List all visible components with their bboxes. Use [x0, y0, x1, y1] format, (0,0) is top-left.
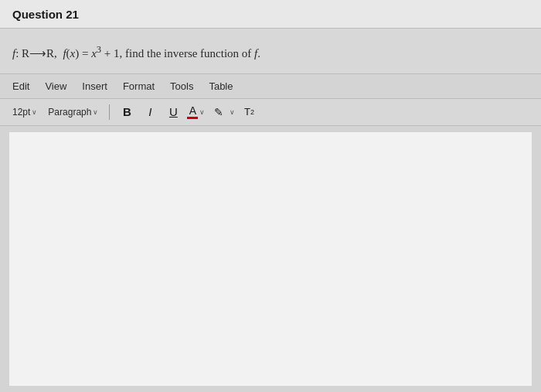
- toolbar: 12pt ∨ Paragraph ∨ B I U A ∨ ✎ ∨: [0, 99, 541, 126]
- math-domain: : R: [15, 47, 29, 60]
- math-expression: f: R⟶R, f(x) = x3 + 1, find the inverse …: [12, 43, 529, 63]
- pen-chevron: ∨: [230, 108, 235, 116]
- bold-button[interactable]: B: [117, 103, 136, 121]
- color-underbar: [187, 117, 198, 119]
- question-header: Question 21: [0, 0, 541, 29]
- menu-view[interactable]: View: [43, 79, 68, 94]
- italic-button[interactable]: I: [141, 103, 159, 121]
- math-x: x: [91, 47, 97, 60]
- menu-edit[interactable]: Edit: [11, 79, 31, 94]
- color-btn: A: [187, 104, 198, 119]
- math-equals: =: [79, 47, 91, 60]
- text-color-dropdown[interactable]: A ∨: [187, 104, 205, 119]
- menu-bar: Edit View Insert Format Tools Table: [0, 74, 541, 99]
- math-plus: + 1, find the inverse function of: [101, 47, 254, 60]
- paragraph-selector[interactable]: Paragraph ∨: [45, 105, 101, 119]
- editor-inner[interactable]: [9, 132, 532, 387]
- paragraph-chevron: ∨: [93, 108, 98, 116]
- math-codomain: R,: [46, 47, 63, 60]
- question-title: Question 21: [12, 8, 79, 21]
- toolbar-separator-1: [109, 104, 110, 120]
- menu-format[interactable]: Format: [121, 79, 156, 94]
- font-size-selector[interactable]: 12pt ∨: [9, 105, 40, 119]
- editor-area: Edit View Insert Format Tools Table 12pt…: [0, 74, 541, 393]
- menu-tools[interactable]: Tools: [168, 79, 195, 94]
- pen-icon: ✎: [209, 103, 228, 121]
- math-period: .: [257, 47, 260, 60]
- color-chevron: ∨: [199, 108, 205, 116]
- color-letter: A: [189, 104, 196, 117]
- font-size-value: 12pt: [12, 107, 30, 118]
- paragraph-value: Paragraph: [48, 107, 91, 118]
- underline-button[interactable]: U: [164, 103, 182, 121]
- editor-content[interactable]: [9, 132, 532, 387]
- page-container: Question 21 f: R⟶R, f(x) = x3 + 1, find …: [0, 0, 541, 392]
- pen-dropdown[interactable]: ✎ ∨: [209, 103, 235, 121]
- font-size-chevron: ∨: [32, 108, 37, 116]
- superscript-button[interactable]: T2: [240, 103, 258, 121]
- menu-table[interactable]: Table: [207, 79, 234, 94]
- math-arrow: ⟶: [29, 47, 46, 60]
- menu-insert[interactable]: Insert: [80, 79, 109, 94]
- question-body: f: R⟶R, f(x) = x3 + 1, find the inverse …: [0, 29, 541, 74]
